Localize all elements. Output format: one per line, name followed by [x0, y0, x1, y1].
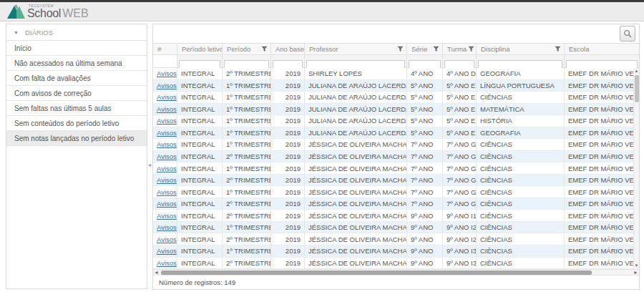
column-header[interactable]: Disciplina — [477, 44, 565, 54]
sidebar-item[interactable]: Sem faltas nas últimas 5 aulas — [6, 101, 147, 116]
table-row: AvisosINTEGRAL2º TRIMESTRE2019JÉSSICA DE… — [153, 151, 633, 163]
table-cell: 1º TRIMESTRE — [223, 222, 271, 233]
column-header-label: Escola — [569, 45, 590, 53]
table-row: AvisosINTEGRAL2º TRIMESTRE2019SHIRLEY LO… — [153, 68, 633, 80]
avisos-link[interactable]: Avisos — [157, 235, 177, 243]
column-header[interactable]: Série — [407, 44, 443, 54]
avisos-cell: Avisos — [153, 80, 177, 92]
column-header[interactable]: Professor — [305, 44, 407, 54]
table-cell: CIÊNCIAS — [477, 186, 565, 198]
vertical-scroll-track[interactable] — [634, 74, 639, 263]
avisos-link[interactable]: Avisos — [157, 247, 177, 255]
column-header[interactable]: Período letivo — [177, 44, 223, 54]
filter-funnel-icon[interactable] — [468, 46, 474, 52]
avisos-link[interactable]: Avisos — [157, 212, 177, 220]
table-row: AvisosINTEGRAL1º TRIMESTRE2019JÉSSICA DE… — [153, 186, 633, 198]
avisos-link[interactable]: Avisos — [157, 93, 177, 101]
table-cell: GEOGRAFIA — [477, 68, 565, 79]
table-cell: EMEF DR MÁRIO VELLO SILVARES — [565, 139, 633, 150]
table-cell: 2019 — [271, 92, 305, 103]
table-cell: CIÊNCIAS — [477, 92, 565, 103]
brand-suffix: WEB — [62, 7, 88, 19]
avisos-link[interactable]: Avisos — [157, 259, 177, 267]
filter-cell — [271, 55, 305, 67]
avisos-link[interactable]: Avisos — [157, 69, 177, 77]
table-row: AvisosINTEGRAL1º TRIMESTRE2019JÉSSICA DE… — [153, 139, 633, 151]
filter-funnel-icon[interactable] — [397, 46, 404, 52]
avisos-link[interactable]: Avisos — [157, 117, 177, 125]
avisos-link[interactable]: Avisos — [157, 140, 177, 148]
avisos-link[interactable]: Avisos — [157, 82, 177, 89]
table-cell: INTEGRAL — [177, 198, 223, 210]
table-cell: 4º ANO — [407, 68, 443, 79]
avisos-link[interactable]: Avisos — [157, 176, 177, 184]
avisos-cell: Avisos — [153, 68, 177, 79]
sidebar-item[interactable]: Sem notas lançadas no período letivo — [6, 131, 147, 146]
vertical-scroll-thumb[interactable] — [635, 75, 639, 102]
table-cell: EMEF DR MÁRIO VELLO SILVARES — [565, 210, 633, 221]
table-cell: INTEGRAL — [177, 92, 223, 103]
sidebar-header[interactable]: ▼ DIÁRIOS — [6, 24, 147, 41]
table-cell: 2019 — [271, 104, 305, 115]
table-cell: GEOGRAFIA — [477, 127, 565, 139]
table-cell: 5º ANO — [407, 115, 443, 127]
filter-cell — [477, 55, 565, 67]
scroll-down-icon[interactable]: ▼ — [635, 263, 639, 269]
table-cell: EMEF DR MÁRIO VELLO SILVARES — [565, 175, 633, 186]
avisos-cell: Avisos — [153, 104, 177, 115]
avisos-link[interactable]: Avisos — [157, 188, 177, 196]
table-cell: 7º ANO G2 — [443, 162, 477, 174]
avisos-link[interactable]: Avisos — [157, 200, 177, 208]
filter-funnel-icon[interactable] — [555, 46, 561, 52]
table-cell: 1º TRIMESTRE — [223, 245, 271, 257]
table-cell: 2019 — [271, 139, 305, 150]
horizontal-scroll-track[interactable] — [160, 270, 633, 275]
horizontal-scrollbar[interactable]: ◄ ► — [153, 269, 639, 276]
filter-funnel-icon[interactable] — [261, 46, 268, 52]
panel-collapse-arrow[interactable]: ◂ — [148, 162, 151, 168]
table-cell: 5º ANO — [407, 80, 443, 92]
column-header-label: Série — [411, 45, 427, 53]
table-cell: INTEGRAL — [177, 127, 223, 139]
avisos-link[interactable]: Avisos — [157, 165, 177, 172]
table-cell: CIÊNCIAS — [477, 258, 565, 269]
column-header[interactable]: Ano base — [271, 44, 305, 54]
sidebar-item[interactable]: Com falta de avaliações — [6, 71, 147, 86]
sidebar-item[interactable]: Com avisos de correção — [6, 86, 147, 101]
horizontal-scroll-thumb[interactable] — [161, 271, 592, 275]
search-button[interactable] — [620, 26, 635, 42]
table-cell: INTEGRAL — [177, 162, 223, 174]
column-header-label: Turma — [447, 45, 467, 53]
scroll-right-icon[interactable]: ► — [633, 269, 639, 276]
table-cell: 9º ANO I2 — [443, 233, 477, 245]
table-cell: 2019 — [271, 80, 305, 92]
table-row: AvisosINTEGRAL2º TRIMESTRE2019JÉSSICA DE… — [153, 198, 633, 210]
grid-toolbar — [153, 24, 639, 43]
scroll-left-icon[interactable]: ◄ — [153, 269, 160, 276]
sidebar-item[interactable]: Sem conteúdos do período letivo — [6, 116, 147, 131]
avisos-link[interactable]: Avisos — [157, 223, 177, 231]
avisos-link[interactable]: Avisos — [157, 129, 177, 137]
filter-funnel-icon[interactable] — [433, 46, 439, 52]
column-header[interactable]: # — [153, 44, 177, 54]
avisos-link[interactable]: Avisos — [157, 152, 177, 160]
vertical-scrollbar[interactable]: ▲ ▼ — [633, 68, 639, 269]
table-row: AvisosINTEGRAL1º TRIMESTRE2019JULIANA DE… — [153, 127, 633, 140]
column-header[interactable]: Escola — [565, 44, 639, 54]
table-cell: 5º ANO — [407, 92, 443, 103]
table-row: AvisosINTEGRAL2º TRIMESTRE2019JÉSSICA DE… — [153, 233, 633, 245]
table-cell: CIÊNCIAS — [477, 175, 565, 186]
table-cell: HISTÓRIA — [477, 115, 565, 127]
avisos-link[interactable]: Avisos — [157, 105, 177, 113]
table-cell: 1º TRIMESTRE — [223, 127, 271, 139]
scroll-up-icon[interactable]: ▲ — [635, 68, 639, 74]
table-cell: INTEGRAL — [177, 139, 223, 150]
avisos-cell: Avisos — [153, 139, 177, 150]
sidebar-item[interactable]: Início — [6, 41, 147, 56]
avisos-cell: Avisos — [153, 115, 177, 127]
column-header[interactable]: Turma — [443, 44, 477, 54]
table-cell: INTEGRAL — [177, 68, 223, 79]
table-cell: 7º ANO G1 — [443, 139, 477, 150]
column-header[interactable]: Período — [223, 44, 271, 54]
sidebar-item[interactable]: Não acessados na última semana — [6, 56, 147, 71]
